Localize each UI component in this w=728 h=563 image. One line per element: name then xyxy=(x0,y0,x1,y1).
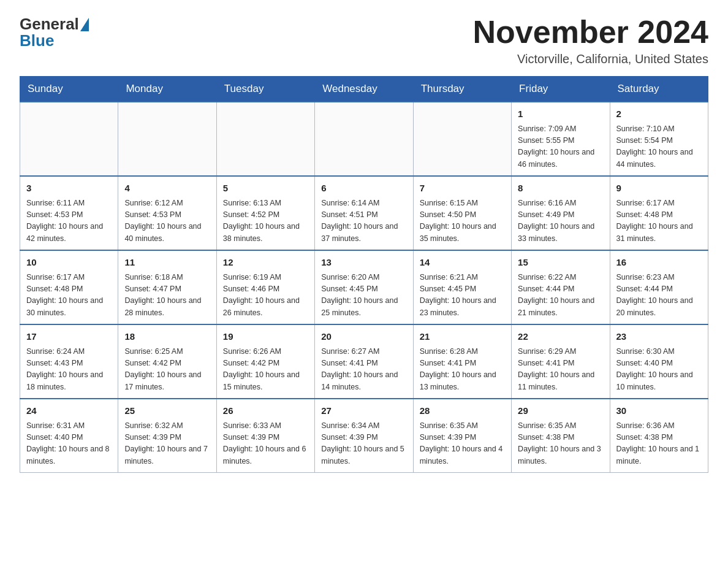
week-row: 1Sunrise: 7:09 AM Sunset: 5:55 PM Daylig… xyxy=(20,102,708,176)
day-info: Sunrise: 6:33 AM Sunset: 4:39 PM Dayligh… xyxy=(223,420,308,468)
day-number: 23 xyxy=(616,330,702,344)
day-number: 12 xyxy=(223,256,308,270)
day-info: Sunrise: 6:23 AM Sunset: 4:44 PM Dayligh… xyxy=(616,272,702,320)
day-info: Sunrise: 6:21 AM Sunset: 4:45 PM Dayligh… xyxy=(420,272,505,320)
day-of-week-header: Monday xyxy=(118,77,216,102)
calendar-cell: 15Sunrise: 6:22 AM Sunset: 4:44 PM Dayli… xyxy=(512,250,610,324)
calendar-cell: 16Sunrise: 6:23 AM Sunset: 4:44 PM Dayli… xyxy=(610,250,708,324)
day-info: Sunrise: 6:12 AM Sunset: 4:53 PM Dayligh… xyxy=(124,197,210,245)
day-info: Sunrise: 6:11 AM Sunset: 4:53 PM Dayligh… xyxy=(26,197,112,245)
page-header: General Blue November 2024 Victorville, … xyxy=(20,15,708,66)
calendar-cell: 26Sunrise: 6:33 AM Sunset: 4:39 PM Dayli… xyxy=(216,399,314,473)
calendar-header-row: SundayMondayTuesdayWednesdayThursdayFrid… xyxy=(20,77,708,102)
calendar-cell: 10Sunrise: 6:17 AM Sunset: 4:48 PM Dayli… xyxy=(20,250,118,324)
calendar-cell xyxy=(216,102,314,176)
day-info: Sunrise: 6:29 AM Sunset: 4:41 PM Dayligh… xyxy=(518,346,603,394)
day-number: 1 xyxy=(518,107,603,121)
day-info: Sunrise: 6:24 AM Sunset: 4:43 PM Dayligh… xyxy=(26,346,112,394)
logo-blue-text: Blue xyxy=(20,31,54,50)
day-number: 24 xyxy=(26,404,112,418)
day-info: Sunrise: 6:13 AM Sunset: 4:52 PM Dayligh… xyxy=(223,197,308,245)
calendar-table: SundayMondayTuesdayWednesdayThursdayFrid… xyxy=(20,76,708,473)
day-info: Sunrise: 6:17 AM Sunset: 4:48 PM Dayligh… xyxy=(26,272,112,320)
day-info: Sunrise: 6:30 AM Sunset: 4:40 PM Dayligh… xyxy=(616,346,702,394)
day-number: 26 xyxy=(223,404,308,418)
day-number: 30 xyxy=(616,404,702,418)
day-info: Sunrise: 7:09 AM Sunset: 5:55 PM Dayligh… xyxy=(518,123,603,171)
calendar-cell: 2Sunrise: 7:10 AM Sunset: 5:54 PM Daylig… xyxy=(610,102,708,176)
location-subtitle: Victorville, California, United States xyxy=(473,52,708,66)
day-number: 14 xyxy=(420,256,505,270)
week-row: 24Sunrise: 6:31 AM Sunset: 4:40 PM Dayli… xyxy=(20,399,708,473)
calendar-cell: 4Sunrise: 6:12 AM Sunset: 4:53 PM Daylig… xyxy=(118,176,216,250)
day-of-week-header: Tuesday xyxy=(216,77,314,102)
day-number: 8 xyxy=(518,182,603,196)
calendar-cell: 8Sunrise: 6:16 AM Sunset: 4:49 PM Daylig… xyxy=(512,176,610,250)
day-number: 21 xyxy=(420,330,505,344)
week-row: 3Sunrise: 6:11 AM Sunset: 4:53 PM Daylig… xyxy=(20,176,708,250)
day-info: Sunrise: 6:16 AM Sunset: 4:49 PM Dayligh… xyxy=(518,197,603,245)
day-number: 11 xyxy=(124,256,210,270)
logo: General Blue xyxy=(20,15,89,50)
day-info: Sunrise: 6:17 AM Sunset: 4:48 PM Dayligh… xyxy=(616,197,702,245)
day-info: Sunrise: 6:14 AM Sunset: 4:51 PM Dayligh… xyxy=(321,197,406,245)
day-number: 10 xyxy=(26,256,112,270)
day-number: 18 xyxy=(124,330,210,344)
day-number: 28 xyxy=(420,404,505,418)
week-row: 17Sunrise: 6:24 AM Sunset: 4:43 PM Dayli… xyxy=(20,324,708,399)
day-of-week-header: Wednesday xyxy=(315,77,413,102)
day-number: 7 xyxy=(420,182,505,196)
calendar-cell: 22Sunrise: 6:29 AM Sunset: 4:41 PM Dayli… xyxy=(512,324,610,399)
day-info: Sunrise: 6:18 AM Sunset: 4:47 PM Dayligh… xyxy=(124,272,210,320)
calendar-cell xyxy=(118,102,216,176)
calendar-cell: 11Sunrise: 6:18 AM Sunset: 4:47 PM Dayli… xyxy=(118,250,216,324)
calendar-cell: 21Sunrise: 6:28 AM Sunset: 4:41 PM Dayli… xyxy=(413,324,511,399)
day-info: Sunrise: 6:25 AM Sunset: 4:42 PM Dayligh… xyxy=(124,346,210,394)
calendar-cell: 29Sunrise: 6:35 AM Sunset: 4:38 PM Dayli… xyxy=(512,399,610,473)
day-number: 20 xyxy=(321,330,406,344)
day-info: Sunrise: 6:32 AM Sunset: 4:39 PM Dayligh… xyxy=(124,420,210,468)
day-info: Sunrise: 6:36 AM Sunset: 4:38 PM Dayligh… xyxy=(616,420,702,468)
day-info: Sunrise: 6:19 AM Sunset: 4:46 PM Dayligh… xyxy=(223,272,308,320)
day-number: 17 xyxy=(26,330,112,344)
calendar-cell: 14Sunrise: 6:21 AM Sunset: 4:45 PM Dayli… xyxy=(413,250,511,324)
day-number: 13 xyxy=(321,256,406,270)
calendar-cell: 30Sunrise: 6:36 AM Sunset: 4:38 PM Dayli… xyxy=(610,399,708,473)
calendar-cell: 28Sunrise: 6:35 AM Sunset: 4:39 PM Dayli… xyxy=(413,399,511,473)
title-block: November 2024 Victorville, California, U… xyxy=(473,15,708,66)
logo-triangle-icon xyxy=(80,18,89,31)
calendar-cell: 20Sunrise: 6:27 AM Sunset: 4:41 PM Dayli… xyxy=(315,324,413,399)
calendar-cell: 5Sunrise: 6:13 AM Sunset: 4:52 PM Daylig… xyxy=(216,176,314,250)
calendar-cell: 7Sunrise: 6:15 AM Sunset: 4:50 PM Daylig… xyxy=(413,176,511,250)
day-info: Sunrise: 6:34 AM Sunset: 4:39 PM Dayligh… xyxy=(321,420,406,468)
calendar-cell: 27Sunrise: 6:34 AM Sunset: 4:39 PM Dayli… xyxy=(315,399,413,473)
day-number: 27 xyxy=(321,404,406,418)
day-number: 19 xyxy=(223,330,308,344)
calendar-cell: 12Sunrise: 6:19 AM Sunset: 4:46 PM Dayli… xyxy=(216,250,314,324)
day-number: 22 xyxy=(518,330,603,344)
day-info: Sunrise: 6:22 AM Sunset: 4:44 PM Dayligh… xyxy=(518,272,603,320)
day-info: Sunrise: 6:35 AM Sunset: 4:39 PM Dayligh… xyxy=(420,420,505,468)
calendar-cell xyxy=(20,102,118,176)
day-of-week-header: Friday xyxy=(512,77,610,102)
day-info: Sunrise: 6:26 AM Sunset: 4:42 PM Dayligh… xyxy=(223,346,308,394)
day-number: 2 xyxy=(616,107,702,121)
calendar-cell: 1Sunrise: 7:09 AM Sunset: 5:55 PM Daylig… xyxy=(512,102,610,176)
day-info: Sunrise: 6:35 AM Sunset: 4:38 PM Dayligh… xyxy=(518,420,603,468)
day-number: 25 xyxy=(124,404,210,418)
day-info: Sunrise: 6:20 AM Sunset: 4:45 PM Dayligh… xyxy=(321,272,406,320)
day-number: 29 xyxy=(518,404,603,418)
calendar-cell: 9Sunrise: 6:17 AM Sunset: 4:48 PM Daylig… xyxy=(610,176,708,250)
calendar-cell: 25Sunrise: 6:32 AM Sunset: 4:39 PM Dayli… xyxy=(118,399,216,473)
day-of-week-header: Sunday xyxy=(20,77,118,102)
calendar-cell: 17Sunrise: 6:24 AM Sunset: 4:43 PM Dayli… xyxy=(20,324,118,399)
day-info: Sunrise: 6:28 AM Sunset: 4:41 PM Dayligh… xyxy=(420,346,505,394)
day-number: 9 xyxy=(616,182,702,196)
week-row: 10Sunrise: 6:17 AM Sunset: 4:48 PM Dayli… xyxy=(20,250,708,324)
calendar-cell: 19Sunrise: 6:26 AM Sunset: 4:42 PM Dayli… xyxy=(216,324,314,399)
calendar-cell: 6Sunrise: 6:14 AM Sunset: 4:51 PM Daylig… xyxy=(315,176,413,250)
day-of-week-header: Saturday xyxy=(610,77,708,102)
day-of-week-header: Thursday xyxy=(413,77,511,102)
calendar-cell: 23Sunrise: 6:30 AM Sunset: 4:40 PM Dayli… xyxy=(610,324,708,399)
month-year-title: November 2024 xyxy=(473,15,708,50)
